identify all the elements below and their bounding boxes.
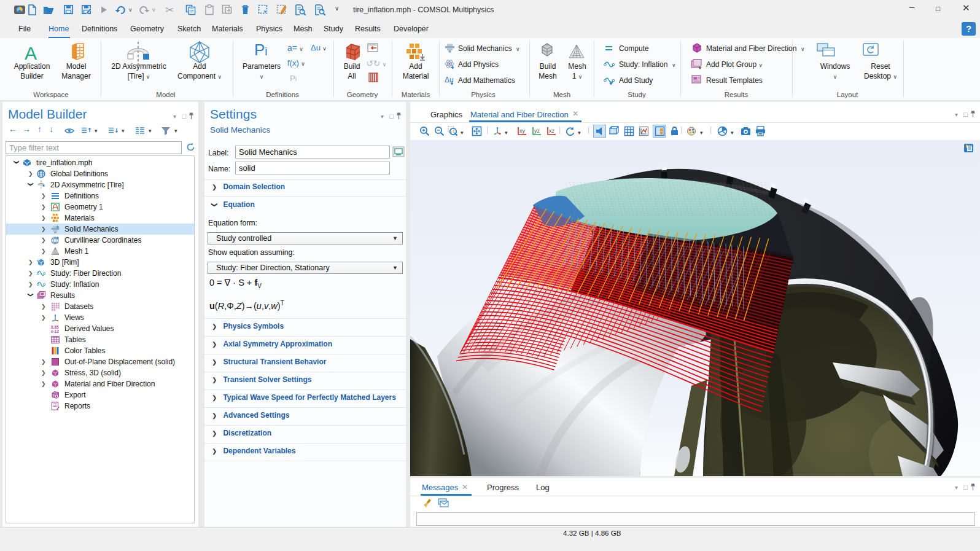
- svg-text:xz: xz: [549, 128, 555, 134]
- svg-text:yz: yz: [534, 128, 540, 134]
- svg-text:e-12: e-12: [51, 329, 59, 334]
- svg-text:8.85: 8.85: [51, 325, 59, 329]
- svg-text:xy: xy: [519, 128, 526, 134]
